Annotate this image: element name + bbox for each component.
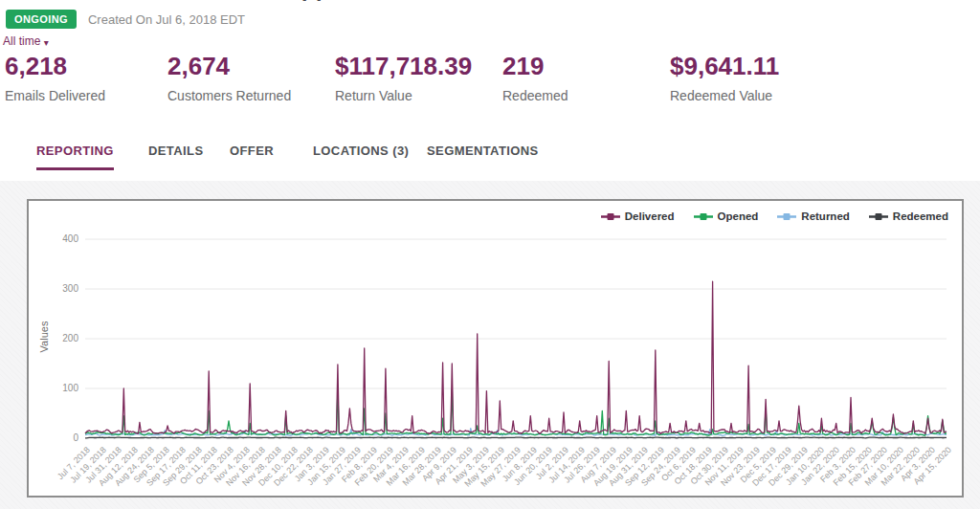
kpi-label: Redeemed Value	[670, 88, 779, 103]
reporting-chart-card: DeliveredOpenedReturnedRedeemed Values 0…	[27, 199, 964, 498]
tab-locations[interactable]: LOCATIONS (3)	[313, 144, 409, 167]
tab-bar: REPORTING DETAILS OFFER LOCATIONS (3) SE…	[0, 142, 980, 172]
time-filter-label: All time	[3, 34, 40, 48]
tab-segmentations[interactable]: SEGMENTATIONS	[427, 144, 539, 167]
kpi-customers-returned: 2,674 Customers Returned	[167, 52, 291, 103]
tab-offer[interactable]: OFFER	[230, 144, 274, 167]
kpi-label: Return Value	[335, 88, 472, 103]
kpi-row: 6,218 Emails Delivered 2,674 Customers R…	[0, 52, 980, 109]
chevron-down-icon: ▾	[44, 37, 49, 48]
kpi-value: 2,674	[167, 52, 291, 81]
kpi-label: Emails Delivered	[5, 88, 105, 103]
kpi-redeemed-value: $9,641.11 Redeemed Value	[670, 52, 779, 103]
cropped-page-title: pp	[301, 0, 359, 4]
campaign-header: ONGOING Created On Jul 6, 2018 EDT	[6, 10, 245, 29]
kpi-value: $9,641.11	[670, 52, 779, 81]
tab-details[interactable]: DETAILS	[148, 144, 203, 167]
kpi-label: Redeemed	[502, 88, 568, 103]
created-on-text: Created On Jul 6, 2018 EDT	[88, 12, 245, 27]
kpi-value: 6,218	[5, 52, 105, 81]
kpi-label: Customers Returned	[167, 88, 291, 103]
kpi-value: 219	[502, 52, 568, 81]
status-badge: ONGOING	[6, 10, 77, 29]
tab-reporting[interactable]: REPORTING	[36, 144, 114, 170]
kpi-emails-delivered: 6,218 Emails Delivered	[5, 52, 105, 103]
time-series-chart	[29, 201, 962, 496]
time-filter-dropdown[interactable]: All time ▾	[3, 34, 49, 48]
kpi-value: $117,718.39	[335, 52, 472, 81]
kpi-redeemed: 219 Redeemed	[502, 52, 568, 103]
kpi-return-value: $117,718.39 Return Value	[335, 52, 472, 103]
